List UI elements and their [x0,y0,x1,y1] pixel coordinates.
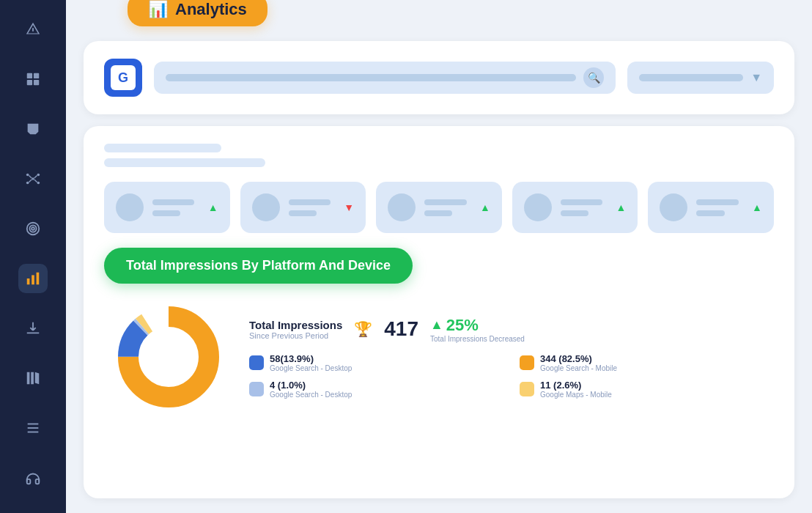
stats-header-row: Total Impressions Since Previous Period … [249,316,768,343]
stat-line-1b [152,210,180,216]
legend-dot-4 [520,382,534,396]
legend-item-3: 4 (1.0%) Google Search - Desktop [249,380,498,399]
percent-arrow-up-icon: ▲ [430,317,443,333]
stat-card-circle-1 [116,193,144,221]
legend-label-3: Google Search - Desktop [270,391,352,399]
stat-card-circle-2 [252,193,280,221]
sidebar-item-network[interactable] [18,164,48,193]
svg-rect-16 [27,278,30,284]
impressions-section: Total Impressions Since Previous Period … [104,298,774,416]
svg-point-15 [32,227,34,230]
legend-text-2: 344 (82.5%) Google Search - Mobile [540,353,617,372]
stat-card-lines-1 [152,199,199,216]
sidebar-item-settings[interactable] [18,413,48,443]
svg-line-12 [34,180,37,182]
stat-arrow-1: ▲ [208,202,218,213]
sidebar-item-navigation[interactable] [18,15,48,44]
sidebar-item-library[interactable] [18,363,48,393]
svg-line-9 [29,175,32,178]
impressions-banner: Total Impressions By Platform And Device [104,248,413,284]
legend-value-4: 11 (2.6%) [540,380,612,391]
svg-rect-1 [34,73,39,78]
stat-card-lines-3 [424,199,471,216]
svg-rect-19 [27,372,30,385]
trophy-icon: 🏆 [354,320,372,338]
legend-item-2: 344 (82.5%) Google Search - Mobile [520,353,768,372]
chevron-down-icon: ▼ [750,71,762,84]
sidebar-item-support[interactable] [18,463,48,492]
legend-value-2: 344 (82.5%) [540,353,617,364]
svg-point-14 [29,225,36,232]
svg-rect-2 [27,80,32,85]
legend-value-3: 4 (1.0%) [270,380,352,391]
impressions-decreased-label: Total Impressions Decreased [430,335,525,343]
percent-block: ▲ 25% Total Impressions Decreased [430,316,525,343]
stat-arrow-5: ▲ [752,202,762,213]
google-g-letter: G [118,70,128,86]
svg-rect-17 [32,275,34,284]
sidebar-item-download[interactable] [18,314,48,343]
legend-value-1: 58(13.9%) [270,353,352,364]
sidebar-item-analytics[interactable] [18,264,48,293]
stat-line-5b [696,210,724,216]
card-header-placeholders [104,144,774,167]
stat-card-lines-2 [289,199,336,216]
analytics-title-badge: 📊 Analytics [128,0,267,26]
placeholder-line-2 [104,158,265,167]
legend-label-1: Google Search - Desktop [270,364,352,372]
stats-title-block: Total Impressions Since Previous Period [249,319,342,340]
impressions-banner-text: Total Impressions By Platform And Device [126,258,391,273]
donut-chart [110,298,227,416]
stat-card-4: ▲ [512,182,638,233]
total-impressions-since: Since Previous Period [249,331,342,340]
stat-line-4a [561,199,602,205]
google-my-business-icon: G [104,59,142,97]
svg-rect-20 [31,372,34,385]
stat-card-circle-3 [388,193,416,221]
stat-line-3a [424,199,466,205]
search-icon: 🔍 [583,67,604,88]
svg-rect-18 [37,273,40,285]
legend-dot-1 [249,355,264,370]
total-impressions-count: 417 [384,317,418,341]
svg-point-7 [26,182,29,185]
stat-card-2: ▼ [240,182,366,233]
stat-card-circle-5 [660,193,687,221]
stat-card-5: ▲ [648,182,774,233]
stat-card-circle-4 [524,193,552,221]
legend-label-4: Google Maps - Mobile [540,391,612,399]
stat-card-3: ▲ [376,182,502,233]
svg-point-8 [37,182,40,185]
stat-arrow-2: ▼ [344,202,354,213]
legend-item-1: 58(13.9%) Google Search - Desktop [249,353,498,372]
legend-dot-3 [249,382,264,396]
search-placeholder-block [166,74,576,81]
legend-text-1: 58(13.9%) Google Search - Desktop [270,353,352,372]
stat-line-1a [152,199,194,205]
google-icon-inner: G [111,65,136,90]
impressions-stats: Total Impressions Since Previous Period … [249,316,768,399]
stat-card-lines-4 [561,199,608,216]
stat-card-lines-5 [696,199,743,216]
stat-line-2b [289,210,317,216]
search-bar[interactable]: 🔍 [154,62,616,94]
legend-label-2: Google Search - Mobile [540,364,617,372]
svg-point-6 [37,174,40,177]
analytics-badge-icon: 📊 [148,0,168,19]
svg-line-11 [29,180,32,182]
dropdown-placeholder-block [639,74,743,81]
percent-change: ▲ 25% [430,316,525,335]
stat-line-3b [424,210,452,216]
placeholder-line-1 [104,144,221,152]
dropdown-bar[interactable]: ▼ [627,62,774,94]
stat-card-1: ▲ [104,182,230,233]
total-impressions-title: Total Impressions [249,319,342,331]
sidebar-item-dashboard[interactable] [18,64,48,94]
sidebar-item-messages[interactable] [18,114,48,144]
stat-arrow-4: ▲ [616,202,627,213]
svg-rect-0 [27,73,32,78]
analytics-title: Analytics [175,0,247,19]
legend-dot-2 [520,355,534,370]
svg-point-13 [27,223,40,235]
sidebar-item-target[interactable] [18,214,48,243]
